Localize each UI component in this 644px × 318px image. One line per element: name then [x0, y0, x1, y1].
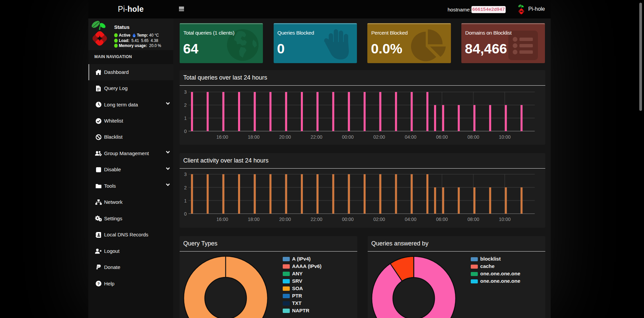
- svg-text:3: 3: [184, 172, 187, 177]
- svg-text:20:00: 20:00: [279, 216, 291, 222]
- svg-text:02:00: 02:00: [373, 134, 385, 140]
- svg-text:2: 2: [184, 102, 187, 108]
- svg-text:?: ?: [97, 282, 100, 286]
- svg-text:2: 2: [184, 185, 187, 190]
- svg-text:10:00: 10:00: [499, 134, 510, 140]
- svg-text:10:00: 10:00: [499, 216, 510, 222]
- svg-text:1: 1: [184, 198, 187, 203]
- svg-text:00:00: 00:00: [342, 216, 354, 222]
- svg-text:08:00: 08:00: [467, 216, 479, 222]
- svg-text:22:00: 22:00: [311, 216, 322, 222]
- svg-text:16:00: 16:00: [216, 134, 228, 140]
- svg-text:18:00: 18:00: [248, 134, 260, 140]
- svg-text:08:00: 08:00: [467, 134, 479, 140]
- svg-text:20:00: 20:00: [279, 134, 291, 140]
- svg-text:22:00: 22:00: [311, 134, 322, 140]
- svg-text:06:00: 06:00: [436, 216, 448, 222]
- svg-text:06:00: 06:00: [436, 134, 448, 140]
- svg-text:02:00: 02:00: [373, 216, 385, 222]
- svg-text:0: 0: [184, 129, 187, 134]
- svg-text:16:00: 16:00: [216, 216, 228, 222]
- svg-text:1: 1: [184, 116, 187, 121]
- svg-text:3: 3: [184, 89, 187, 95]
- svg-text:18:00: 18:00: [248, 216, 260, 222]
- svg-text:04:00: 04:00: [405, 216, 416, 222]
- svg-text:0: 0: [184, 211, 187, 217]
- svg-text:04:00: 04:00: [405, 134, 416, 140]
- svg-text:00:00: 00:00: [342, 134, 354, 140]
